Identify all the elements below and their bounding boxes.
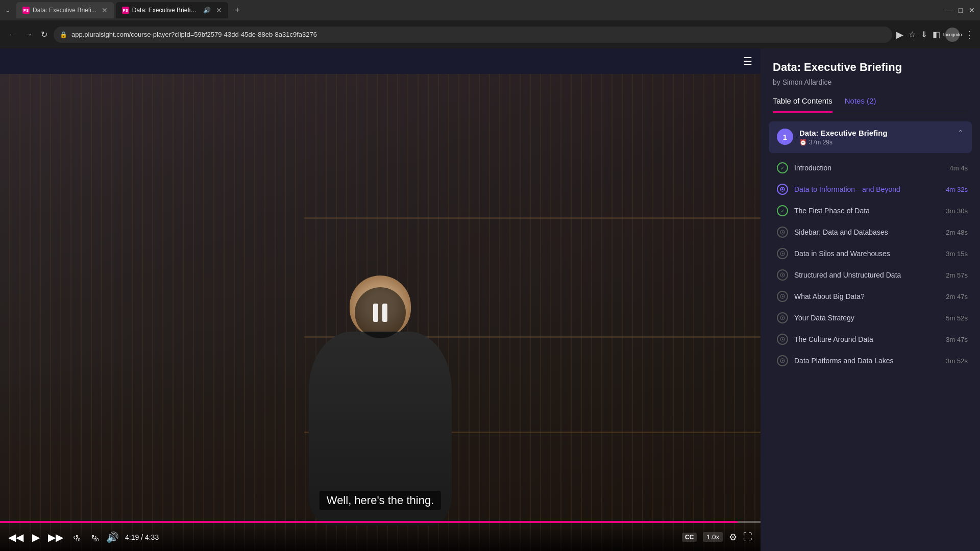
pause-bar-1 <box>373 304 378 322</box>
title-bar: ⌄ PS Data: Executive Briefi... ✕ PS Data… <box>0 0 980 20</box>
volume-button[interactable]: 🔊 <box>106 531 119 543</box>
tab-2[interactable]: PS Data: Executive Briefing | Plu... 🔊 ✕ <box>116 2 228 18</box>
clip-icon-7 <box>777 291 788 302</box>
section-duration: ⏰ 37m 29s <box>799 139 951 146</box>
clip-name-6: Structured and Unstructured Data <box>794 271 940 279</box>
lock-icon: 🔒 <box>60 31 67 38</box>
clip-culture-data[interactable]: The Culture Around Data 3m 47s <box>769 329 972 350</box>
cc-button[interactable]: CC <box>682 533 697 542</box>
clip-icon-3: ✓ <box>777 205 788 216</box>
clip-duration-2: 4m 32s <box>946 186 968 193</box>
course-section-header[interactable]: 1 Data: Executive Briefing ⏰ 37m 29s ⌃ <box>769 121 972 153</box>
clip-data-platforms[interactable]: Data Platforms and Data Lakes 3m 52s <box>769 350 972 371</box>
section-collapse-button[interactable]: ⌃ <box>958 129 964 137</box>
svg-marker-7 <box>782 274 784 276</box>
profile-label: Incognito <box>943 32 962 37</box>
toolbar: ← → ↻ 🔒 app.pluralsight.com/course-playe… <box>0 20 980 48</box>
profile-icon[interactable]: Incognito <box>945 28 960 42</box>
extension-icon[interactable]: ▶ <box>896 29 903 40</box>
tab-list-arrow[interactable]: ⌄ <box>5 7 10 14</box>
clip-name-2: Data to Information—and Beyond <box>794 185 940 193</box>
clip-duration-7: 2m 47s <box>946 293 968 300</box>
clip-duration-8: 5m 52s <box>946 314 968 322</box>
url-bar[interactable]: 🔒 app.pluralsight.com/course-player?clip… <box>54 27 892 43</box>
section-info: Data: Executive Briefing ⏰ 37m 29s <box>799 129 951 146</box>
tab1-close[interactable]: ✕ <box>102 6 108 14</box>
time-display: 4:19 / 4:33 <box>125 533 159 541</box>
pause-bar-2 <box>382 304 387 322</box>
clip-duration-6: 2m 57s <box>946 271 968 279</box>
refresh-button[interactable]: ↻ <box>39 28 50 41</box>
top-bar: ☰ <box>0 48 761 74</box>
clip-duration-1: 4m 4s <box>950 164 968 172</box>
minimize-button[interactable]: — <box>945 6 952 14</box>
clip-name-3: The First Phase of Data <box>794 207 940 215</box>
sidebar-toggle[interactable]: ☰ <box>743 55 752 67</box>
clip-data-silos[interactable]: Data in Silos and Warehouses 3m 15s <box>769 243 972 264</box>
clip-first-phase[interactable]: ✓ The First Phase of Data 3m 30s <box>769 200 972 221</box>
bookmark-icon[interactable]: ☆ <box>909 30 916 39</box>
pause-button[interactable] <box>355 287 406 338</box>
svg-point-1 <box>781 188 783 190</box>
browser-chrome: ⌄ PS Data: Executive Briefi... ✕ PS Data… <box>0 0 980 48</box>
tab-table-of-contents[interactable]: Table of Contents <box>773 96 832 113</box>
tab-notes[interactable]: Notes (2) <box>845 96 876 113</box>
total-time: 4:33 <box>145 533 159 541</box>
subtitle: Well, here's the thing. <box>320 491 441 510</box>
svg-marker-11 <box>782 317 784 319</box>
rewind-10-button[interactable]: ↺ 10 <box>69 533 82 541</box>
control-bar: ◀◀ ▶ ▶▶ ↺ 10 ↻ 10 🔊 4:19 <box>0 523 761 551</box>
clip-duration-9: 3m 47s <box>946 336 968 343</box>
sidebar-header: Data: Executive Briefing by Simon Allard… <box>761 48 980 113</box>
toolbar-icons: ▶ ☆ ⇓ ◧ Incognito ⋮ <box>896 28 974 42</box>
svg-marker-3 <box>782 231 784 233</box>
clip-icon-10 <box>777 355 788 366</box>
clip-big-data[interactable]: What About Big Data? 2m 47s <box>769 286 972 307</box>
menu-dots[interactable]: ⋮ <box>965 29 974 40</box>
clock-icon: ⏰ <box>799 139 807 146</box>
section-title: Data: Executive Briefing <box>799 129 951 137</box>
skip-to-start-button[interactable]: ◀◀ <box>8 531 23 543</box>
svg-marker-15 <box>782 360 784 362</box>
tab2-mute[interactable]: 🔊 <box>203 7 211 14</box>
download-icon[interactable]: ⇓ <box>921 30 927 39</box>
tab2-title: Data: Executive Briefing | Plu... <box>132 7 200 14</box>
tab1-title: Data: Executive Briefi... <box>33 7 96 14</box>
clip-icon-4 <box>777 227 788 238</box>
skip-to-end-button[interactable]: ▶▶ <box>48 531 63 543</box>
clip-data-to-information[interactable]: Data to Information—and Beyond 4m 32s <box>769 179 972 200</box>
shelf-1 <box>304 217 761 219</box>
clip-name-7: What About Big Data? <box>794 292 940 300</box>
tab1-favicon: PS <box>22 7 30 14</box>
clip-name-9: The Culture Around Data <box>794 335 940 343</box>
video-container[interactable]: Well, here's the thing. ◀◀ ▶ ▶▶ ↺ 10 <box>0 74 761 551</box>
section-number: 1 <box>777 129 793 145</box>
svg-marker-13 <box>782 338 784 340</box>
speed-button[interactable]: 1.0x <box>703 532 723 542</box>
clip-icon-5 <box>777 248 788 259</box>
clip-data-databases[interactable]: Sidebar: Data and Databases 2m 48s <box>769 221 972 243</box>
tab2-close[interactable]: ✕ <box>216 6 222 14</box>
clip-name-5: Data in Silos and Warehouses <box>794 249 940 258</box>
forward-button[interactable]: → <box>22 28 35 41</box>
course-title: Data: Executive Briefing <box>773 61 968 74</box>
settings-button[interactable]: ⚙ <box>729 532 737 543</box>
time-separator: / <box>141 533 145 541</box>
clip-name-8: Your Data Strategy <box>794 314 940 322</box>
browser-layout-icon[interactable]: ◧ <box>933 30 940 39</box>
clip-introduction[interactable]: ✓ Introduction 4m 4s <box>769 157 972 179</box>
clip-data-strategy[interactable]: Your Data Strategy 5m 52s <box>769 307 972 329</box>
forward-10-button[interactable]: ↻ 10 <box>88 533 100 541</box>
new-tab-button[interactable]: + <box>230 3 244 17</box>
fullscreen-button[interactable]: ⛶ <box>743 532 752 542</box>
clip-name-4: Sidebar: Data and Databases <box>794 228 940 236</box>
maximize-button[interactable]: □ <box>959 6 963 14</box>
close-button[interactable]: ✕ <box>969 6 975 14</box>
clip-duration-10: 3m 52s <box>946 357 968 365</box>
tab-1[interactable]: PS Data: Executive Briefi... ✕ <box>16 2 114 18</box>
clip-structured-data[interactable]: Structured and Unstructured Data 2m 57s <box>769 264 972 286</box>
clip-duration-4: 2m 48s <box>946 229 968 236</box>
back-button[interactable]: ← <box>6 28 18 41</box>
play-button[interactable]: ▶ <box>30 531 42 543</box>
url-text: app.pluralsight.com/course-player?clipId… <box>71 31 886 38</box>
